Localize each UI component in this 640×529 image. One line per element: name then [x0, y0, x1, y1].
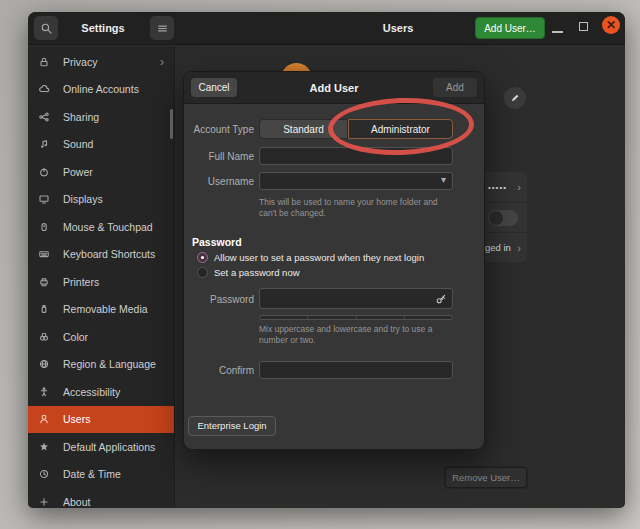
- toggle-switch[interactable]: [488, 210, 518, 226]
- dropdown-arrow-icon: ▾: [441, 174, 446, 185]
- maximize-icon[interactable]: [579, 22, 588, 31]
- sidebar-item-displays[interactable]: Displays: [28, 186, 174, 214]
- sidebar-item-users[interactable]: Users: [28, 406, 174, 434]
- radio-checked-icon: [197, 252, 208, 263]
- sidebar-item-label: Sound: [63, 138, 93, 150]
- sidebar-item-removable-media[interactable]: Removable Media: [28, 296, 174, 324]
- hamburger-icon: [156, 22, 169, 35]
- sound-icon: [38, 138, 52, 150]
- add-user-button[interactable]: Add User…: [475, 17, 545, 39]
- user-settings-panel-fragment: ••••• › ged in ›: [485, 172, 527, 262]
- edit-avatar-button[interactable]: [504, 87, 526, 109]
- username-label: Username: [184, 176, 254, 187]
- sidebar-item-label: Users: [63, 413, 90, 425]
- star-icon: [38, 441, 52, 453]
- sidebar-item-accessibility[interactable]: Accessibility: [28, 378, 174, 406]
- password-input[interactable]: [259, 288, 453, 309]
- password-label: Password: [184, 294, 254, 305]
- search-icon: [40, 22, 53, 35]
- sidebar-item-privacy[interactable]: Privacy›: [28, 48, 174, 76]
- account-type-label: Account Type: [184, 124, 254, 135]
- sidebar-item-default-applications[interactable]: Default Applications: [28, 433, 174, 461]
- sidebar-item-date-time[interactable]: Date & Time: [28, 461, 174, 489]
- sidebar-item-label: Privacy: [63, 56, 97, 68]
- password-hint: Mix uppercase and lowercase and try to u…: [259, 324, 451, 346]
- generate-password-icon[interactable]: [435, 293, 447, 305]
- sidebar-item-label: Default Applications: [63, 441, 155, 453]
- removable-media-icon: [38, 303, 52, 315]
- sidebar-item-sharing[interactable]: Sharing: [28, 103, 174, 131]
- sidebar-item-color[interactable]: Color: [28, 323, 174, 351]
- sidebar-item-label: Displays: [63, 193, 103, 205]
- sidebar-item-label: Power: [63, 166, 93, 178]
- automatic-login-row-fragment: [485, 202, 527, 232]
- sidebar-item-label: Online Accounts: [63, 83, 139, 95]
- power-icon: [38, 166, 52, 178]
- chevron-right-icon: ›: [517, 242, 521, 254]
- confirm-input[interactable]: [259, 361, 453, 379]
- radio-unchecked-icon: [197, 267, 208, 278]
- radio-set-now-label: Set a password now: [214, 267, 300, 278]
- password-dots: •••••: [488, 183, 507, 192]
- username-combobox[interactable]: ▾: [259, 172, 453, 190]
- sidebar: Privacy›Online AccountsSharingSoundPower…: [28, 46, 175, 508]
- keyboard-icon: [38, 248, 52, 260]
- sidebar-item-label: Mouse & Touchpad: [63, 221, 153, 233]
- users-icon: [38, 413, 52, 425]
- sidebar-item-printers[interactable]: Printers: [28, 268, 174, 296]
- sidebar-item-label: Keyboard Shortcuts: [63, 248, 155, 260]
- search-button[interactable]: [34, 16, 58, 40]
- lock-icon: [38, 56, 52, 68]
- password-section-header: Password: [192, 236, 242, 248]
- app-title: Settings: [58, 12, 148, 45]
- sidebar-item-sound[interactable]: Sound: [28, 131, 174, 159]
- radio-next-login-label: Allow user to set a password when they n…: [214, 252, 424, 263]
- chevron-right-icon: ›: [517, 181, 521, 193]
- cancel-button[interactable]: Cancel: [191, 78, 237, 97]
- sidebar-list: Privacy›Online AccountsSharingSoundPower…: [28, 48, 174, 508]
- sidebar-item-keyboard-shortcuts[interactable]: Keyboard Shortcuts: [28, 241, 174, 269]
- display-icon: [38, 193, 52, 205]
- sidebar-item-online-accounts[interactable]: Online Accounts: [28, 76, 174, 104]
- sidebar-item-label: Accessibility: [63, 386, 120, 398]
- sidebar-item-label: About: [63, 496, 90, 508]
- menu-button[interactable]: [150, 16, 174, 40]
- password-strength-meter: [259, 315, 453, 320]
- desktop-background: Settings Users Add User… ✕ Privacy›Onlin…: [0, 0, 640, 529]
- sidebar-item-label: Removable Media: [63, 303, 148, 315]
- sidebar-item-about[interactable]: About: [28, 488, 174, 508]
- sidebar-item-label: Region & Language: [63, 358, 156, 370]
- full-name-label: Full Name: [184, 151, 254, 162]
- chevron-right-icon: ›: [160, 55, 164, 69]
- remove-user-button[interactable]: Remove User…: [444, 466, 528, 489]
- sidebar-item-label: Date & Time: [63, 468, 121, 480]
- add-button[interactable]: Add: [433, 78, 477, 97]
- sidebar-item-region-language[interactable]: Region & Language: [28, 351, 174, 379]
- toggle-knob: [489, 211, 503, 225]
- globe-icon: [38, 358, 52, 370]
- sidebar-item-mouse-touchpad[interactable]: Mouse & Touchpad: [28, 213, 174, 241]
- sidebar-scrollbar[interactable]: [170, 109, 173, 139]
- cloud-icon: [38, 83, 52, 95]
- color-icon: [38, 331, 52, 343]
- logged-in-row-fragment[interactable]: ged in ›: [485, 232, 527, 262]
- mouse-icon: [38, 221, 52, 233]
- clock-icon: [38, 468, 52, 480]
- radio-set-now[interactable]: Set a password now: [197, 267, 300, 278]
- enterprise-login-button[interactable]: Enterprise Login: [188, 416, 276, 436]
- username-hint: This will be used to name your home fold…: [259, 197, 451, 219]
- plus-icon: [38, 496, 52, 508]
- printer-icon: [38, 276, 52, 288]
- minimize-icon[interactable]: [552, 31, 563, 33]
- page-title: Users: [328, 12, 468, 45]
- radio-next-login[interactable]: Allow user to set a password when they n…: [197, 252, 424, 263]
- close-icon[interactable]: ✕: [602, 16, 620, 34]
- sidebar-item-power[interactable]: Power: [28, 158, 174, 186]
- sidebar-item-label: Sharing: [63, 111, 99, 123]
- accessibility-icon: [38, 386, 52, 398]
- pencil-icon: [509, 92, 521, 104]
- share-icon: [38, 111, 52, 123]
- dialog-header: Cancel Add User Add: [184, 72, 484, 104]
- settings-window: Settings Users Add User… ✕ Privacy›Onlin…: [28, 12, 625, 508]
- password-row-fragment[interactable]: ••••• ›: [485, 172, 527, 202]
